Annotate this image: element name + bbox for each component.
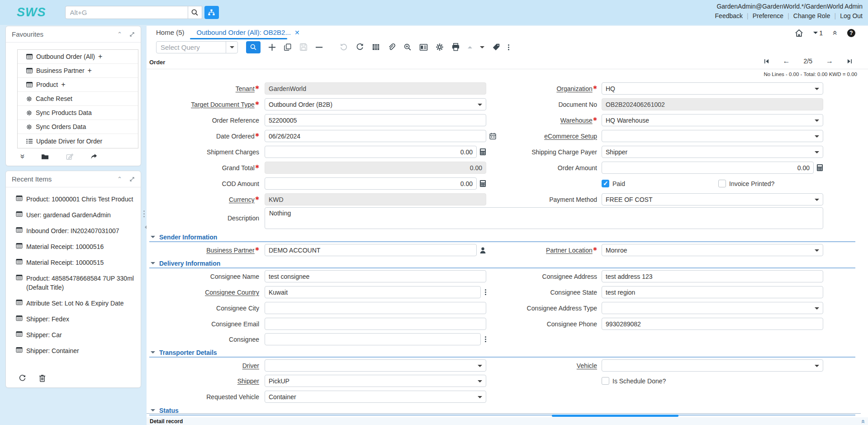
vehicle-combo[interactable] <box>602 359 823 372</box>
consignee-email-input[interactable] <box>265 318 486 330</box>
recent-item[interactable]: Material Receipt: 10000515 <box>16 258 137 267</box>
change-role-link[interactable]: Change Role <box>793 12 830 19</box>
target-document-type-label[interactable]: Target Document Type <box>191 101 255 108</box>
new-record-shortcut[interactable]: + <box>88 67 92 75</box>
expand-detail-icon[interactable]: « <box>859 420 867 423</box>
undo-button[interactable] <box>339 43 348 51</box>
select-query-combo[interactable]: Select Query <box>156 41 238 53</box>
calculator-icon[interactable] <box>479 180 486 187</box>
refresh-icon[interactable] <box>19 374 26 382</box>
global-search-button[interactable] <box>188 6 202 19</box>
consignee-country-input[interactable] <box>265 286 481 298</box>
share-icon[interactable] <box>90 153 98 160</box>
favourite-item[interactable]: Business Partner + <box>18 64 138 78</box>
consignee-phone-input[interactable] <box>602 318 823 330</box>
currency-label[interactable]: Currency <box>229 196 255 203</box>
requested-vehicle-combo[interactable]: Container <box>265 391 486 403</box>
expand-all-icon[interactable]: « <box>19 152 24 161</box>
driver-label[interactable]: Driver <box>242 362 259 369</box>
organization-combo[interactable]: HQ <box>602 82 823 95</box>
section-status[interactable]: Status <box>149 406 855 415</box>
consignee-input[interactable] <box>265 333 481 345</box>
description-textarea[interactable]: Nothing <box>265 207 823 229</box>
ecommerce-setup-combo[interactable] <box>602 130 823 142</box>
consignee-city-input[interactable] <box>265 302 486 314</box>
last-record-icon[interactable] <box>847 58 853 64</box>
window-list-dropdown[interactable]: 1 <box>813 29 823 37</box>
shipper-combo[interactable]: PickUP <box>265 375 486 387</box>
invoice-printed-checkbox[interactable]: Invoice Printed? <box>718 180 774 187</box>
consignee-state-input[interactable] <box>602 286 823 298</box>
trash-icon[interactable] <box>39 374 46 382</box>
new-record-shortcut[interactable]: + <box>98 53 102 61</box>
business-partner-input[interactable] <box>265 244 477 256</box>
new-record-button[interactable] <box>268 43 276 51</box>
shipment-charges-input[interactable] <box>265 146 477 158</box>
report-button[interactable] <box>419 43 428 51</box>
print-button[interactable] <box>451 43 460 51</box>
global-search-input[interactable] <box>65 6 188 19</box>
folder-icon[interactable] <box>41 153 49 160</box>
refresh-button[interactable] <box>356 43 364 51</box>
save-button[interactable] <box>299 43 308 51</box>
recent-item[interactable]: Shipper: Container <box>16 346 137 355</box>
date-ordered-input[interactable] <box>265 130 486 142</box>
target-document-type-combo[interactable]: Outbound Order (B2B) <box>265 98 486 110</box>
recent-item[interactable]: Product: 10000001 Chris Test Product <box>16 195 137 204</box>
grid-toggle-button[interactable] <box>372 43 380 51</box>
zoom-across-button[interactable] <box>403 43 412 51</box>
shipper-label[interactable]: Shipper <box>237 377 259 385</box>
partner-location-label[interactable]: Partner Location <box>546 247 593 254</box>
consignee-name-input[interactable] <box>265 270 486 282</box>
detail-record-button[interactable] <box>480 44 484 51</box>
organization-label[interactable]: Organization <box>556 85 592 92</box>
collapse-panel-icon[interactable]: ⌃ <box>117 31 122 38</box>
driver-combo[interactable] <box>265 359 486 372</box>
splitter-handle[interactable] <box>143 209 145 219</box>
label-tag-button[interactable] <box>492 43 500 51</box>
parent-record-button[interactable] <box>468 44 472 51</box>
copy-record-button[interactable] <box>284 43 292 51</box>
cod-amount-input[interactable] <box>265 177 477 190</box>
process-gear-button[interactable] <box>436 43 444 51</box>
is-schedule-done-checkbox[interactable]: Is Schedule Done? <box>602 377 666 385</box>
recent-item[interactable]: Shipper: Fedex <box>16 315 137 324</box>
calculator-icon[interactable] <box>816 164 823 172</box>
previous-record-icon[interactable]: ← <box>783 57 790 65</box>
delete-record-button[interactable] <box>315 43 323 51</box>
close-tab-icon[interactable]: ✕ <box>294 29 300 36</box>
help-icon[interactable]: ? <box>847 29 855 37</box>
recent-item[interactable]: Material Receipt: 10000516 <box>16 242 137 251</box>
logout-link[interactable]: Log Out <box>840 12 863 19</box>
favourite-item[interactable]: Sync Orders Data <box>18 120 138 134</box>
next-record-icon[interactable]: → <box>826 57 833 65</box>
tab-outbound-order[interactable]: Outbound Order (All): OB2B2... ✕ <box>194 29 303 36</box>
payment-method-combo[interactable]: FREE OF COST <box>602 193 823 205</box>
business-partner-label[interactable]: Business Partner <box>206 247 255 254</box>
order-amount-input[interactable] <box>602 162 814 174</box>
consignee-address-input[interactable] <box>602 270 823 282</box>
collapse-all-icon[interactable]: « <box>833 28 837 38</box>
collapse-panel-icon[interactable]: ⌃ <box>117 176 122 182</box>
edit-icon[interactable] <box>66 153 73 160</box>
more-options-icon[interactable] <box>508 43 509 51</box>
ecommerce-setup-label[interactable]: eCommerce Setup <box>544 133 597 140</box>
new-record-shortcut[interactable]: + <box>61 81 65 89</box>
shipping-charge-payer-combo[interactable]: Shipper <box>602 146 823 158</box>
order-reference-input[interactable] <box>265 114 486 126</box>
menu-tree-button[interactable] <box>204 6 219 19</box>
recent-item[interactable]: Attribute Set: Lot No & Expiry Date <box>16 299 137 308</box>
vehicle-label[interactable]: Vehicle <box>577 362 597 369</box>
attachment-icon[interactable] <box>388 43 396 51</box>
home-icon[interactable] <box>795 29 803 37</box>
recent-item[interactable]: Inbound Order: IN202407031007 <box>16 226 137 235</box>
favourite-item[interactable]: Product + <box>18 78 138 92</box>
preference-link[interactable]: Preference <box>753 12 783 19</box>
partner-location-combo[interactable]: Monroe <box>602 244 823 256</box>
section-delivery-information[interactable]: Delivery Information <box>149 259 855 268</box>
favourite-item[interactable]: Outbound Order (All) + <box>18 50 138 64</box>
section-sender-information[interactable]: Sender Information <box>149 233 855 242</box>
warehouse-label[interactable]: Warehouse <box>560 117 593 124</box>
consignee-country-label[interactable]: Consignee Country <box>205 289 259 296</box>
tenant-label[interactable]: Tenant <box>236 85 255 92</box>
